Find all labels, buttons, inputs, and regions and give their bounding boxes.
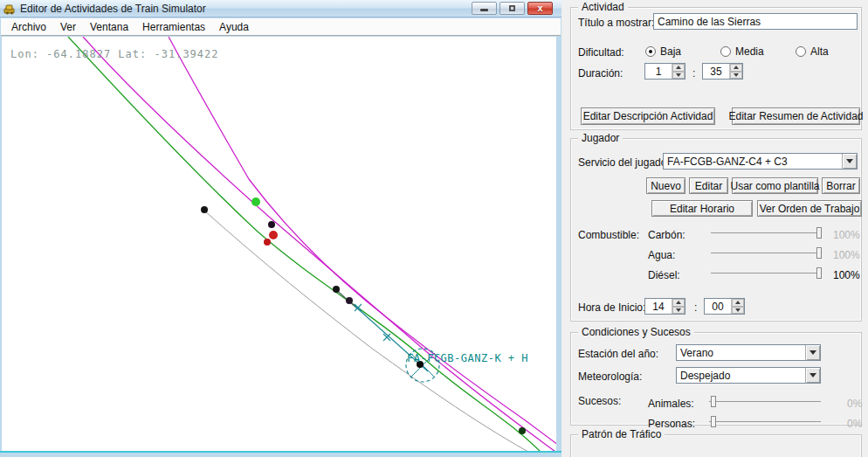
hora-colon: : <box>694 301 697 314</box>
dropdown-arrow-icon[interactable] <box>805 345 820 360</box>
group-actividad-label: Actividad <box>578 1 628 13</box>
radio-baja-label: Baja <box>660 45 681 58</box>
route-line-magenta-west <box>83 37 556 451</box>
properties-panel: Actividad Título a mostrar: Camino de la… <box>563 0 868 457</box>
fuel-agua-slider[interactable] <box>711 247 822 259</box>
dificultad-label: Dificultad: <box>578 46 624 59</box>
spin-up-icon[interactable] <box>672 64 685 72</box>
spin-down-icon[interactable] <box>732 307 744 315</box>
estacion-label: Estación del año: <box>578 348 658 360</box>
slider-thumb[interactable] <box>816 227 822 239</box>
animales-slider[interactable] <box>709 396 821 407</box>
group-condiciones-label: Condiciones y Sucesos <box>578 326 694 338</box>
slider-thumb[interactable] <box>711 396 716 407</box>
slider-thumb[interactable] <box>711 416 716 427</box>
restore-button[interactable] <box>499 2 525 15</box>
titulo-input[interactable]: Camino de las Sierras <box>653 13 858 30</box>
route-line-magenta-east <box>169 37 556 447</box>
activity-editor-app: Editor de Actividades de Train Simulator… <box>0 0 868 457</box>
slider-thumb[interactable] <box>816 247 822 259</box>
ver-orden-button[interactable]: Ver Orden de Trabajo <box>757 200 862 217</box>
duracion-colon: : <box>692 67 695 80</box>
duracion-hours-value: 1 <box>645 64 672 79</box>
menu-herramientas[interactable]: Herramientas <box>135 19 212 35</box>
spin-up-icon[interactable] <box>732 299 744 307</box>
personas-percent: 0% <box>847 418 862 430</box>
hora-hours-value: 14 <box>645 299 672 314</box>
spin-down-icon[interactable] <box>672 307 685 315</box>
spin-down-icon[interactable] <box>672 72 685 80</box>
fuel-agua-label: Agua: <box>648 249 675 261</box>
titlebar[interactable]: Editor de Actividades de Train Simulator… <box>0 0 561 17</box>
group-jugador: Jugador Servicio del jugador: FA-FCGB-GA… <box>570 138 862 322</box>
map-point[interactable] <box>201 206 208 213</box>
map-point[interactable] <box>519 427 526 434</box>
map-point[interactable] <box>346 297 353 304</box>
map-canvas[interactable]: Lon: -64.18827 Lat: -31.39422 FA-FCGB-GA… <box>2 37 556 451</box>
spin-up-icon[interactable] <box>672 299 685 307</box>
close-button[interactable]: x <box>527 2 553 15</box>
usar-plantilla-button[interactable]: Usar como plantilla <box>732 177 818 194</box>
editar-horario-button[interactable]: Editar Horario <box>651 200 753 217</box>
animales-percent: 0% <box>847 398 862 410</box>
app-icon <box>3 3 16 15</box>
duracion-hours-spinner[interactable]: 1 <box>644 63 685 80</box>
menu-archivo[interactable]: Archivo <box>4 19 53 35</box>
radio-icon[interactable] <box>720 46 731 57</box>
map-point[interactable] <box>333 286 340 293</box>
minimize-icon <box>480 9 488 11</box>
meteorologia-dropdown[interactable]: Despejado <box>676 367 821 384</box>
window-title: Editor de Actividades de Train Simulator <box>20 3 206 15</box>
minimize-button[interactable] <box>472 2 497 15</box>
group-patron: Patrón de Tráfico <box>570 434 862 457</box>
radio-media[interactable]: Media <box>720 45 764 58</box>
radio-baja[interactable]: Baja <box>645 45 681 58</box>
window-bottom-accent <box>0 451 561 453</box>
dropdown-arrow-icon[interactable] <box>805 368 820 383</box>
map-point[interactable] <box>269 231 278 239</box>
radio-alta[interactable]: Alta <box>796 45 829 58</box>
sucesos-label: Sucesos: <box>578 395 621 407</box>
hora-hours-spinner[interactable]: 14 <box>644 298 685 315</box>
editar-descripcion-button[interactable]: Editar Descripción Actividad <box>581 107 715 125</box>
menu-ventana[interactable]: Ventana <box>83 19 135 35</box>
fuel-carbon-slider[interactable] <box>711 227 822 239</box>
fuel-carbon-percent: 100% <box>833 229 860 241</box>
duracion-minutes-value: 35 <box>703 64 729 79</box>
estacion-dropdown[interactable]: Verano <box>676 344 821 361</box>
meteorologia-label: Meteorología: <box>578 370 642 383</box>
fuel-diesel-label: Diésel: <box>648 269 680 281</box>
map-window: Editor de Actividades de Train Simulator… <box>0 0 561 457</box>
hora-inicio-label: Hora de Inicio: <box>578 301 645 314</box>
map-point[interactable] <box>268 221 275 228</box>
radio-icon[interactable] <box>645 46 656 57</box>
map-dots <box>201 197 526 434</box>
radio-icon[interactable] <box>796 46 806 57</box>
duracion-minutes-spinner[interactable]: 35 <box>702 63 743 80</box>
nuevo-button[interactable]: Nuevo <box>646 177 685 194</box>
slider-thumb[interactable] <box>816 267 822 279</box>
slider-track <box>711 232 822 233</box>
editar-button[interactable]: Editar <box>689 177 728 194</box>
servicio-dropdown[interactable]: FA-FCGB-GANZ-C4 + C3 <box>663 153 858 170</box>
service-label: FA-FCGB-GANZ-K + H <box>407 352 528 364</box>
hora-minutes-spinner[interactable]: 00 <box>704 298 745 315</box>
menu-ver[interactable]: Ver <box>53 19 83 35</box>
personas-slider[interactable] <box>709 416 821 427</box>
menu-ayuda[interactable]: Ayuda <box>212 19 256 35</box>
borrar-button[interactable]: Borrar <box>822 177 860 194</box>
meteorologia-value: Despejado <box>677 368 805 383</box>
group-patron-label: Patrón de Tráfico <box>578 428 665 440</box>
hora-minutes-value: 00 <box>705 299 731 314</box>
spin-up-icon[interactable] <box>730 64 742 72</box>
map-point[interactable] <box>251 197 260 206</box>
duracion-label: Duración: <box>578 67 623 80</box>
titulo-label: Título a mostrar: <box>578 17 654 29</box>
dropdown-arrow-icon[interactable] <box>842 154 857 169</box>
servicio-value: FA-FCGB-GANZ-C4 + C3 <box>664 154 842 169</box>
fuel-diesel-slider[interactable] <box>711 267 822 279</box>
spin-down-icon[interactable] <box>730 72 742 80</box>
editar-resumen-button[interactable]: Editar Resumen de Actividad <box>732 107 860 125</box>
map-point[interactable] <box>264 239 271 246</box>
fuel-carbon-label: Carbón: <box>648 229 685 241</box>
